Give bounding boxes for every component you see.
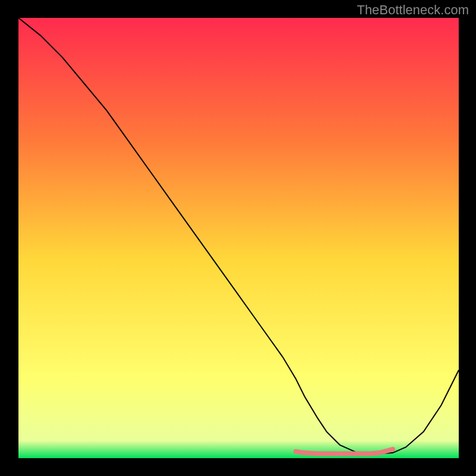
watermark-text: TheBottleneck.com — [357, 2, 469, 18]
chart-svg — [18, 18, 459, 458]
chart-canvas — [18, 18, 459, 458]
